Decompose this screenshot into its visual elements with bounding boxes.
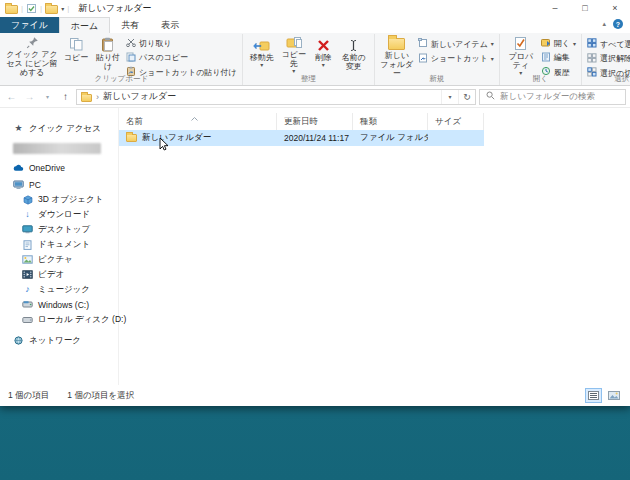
tab-home[interactable]: ホーム (59, 17, 110, 33)
maximize-button[interactable]: □ (570, 0, 600, 17)
view-large-icons-button[interactable] (605, 388, 622, 403)
sidebar-label: ネットワーク (29, 335, 81, 347)
collapse-ribbon-icon[interactable]: ▴ (602, 20, 606, 28)
open-caret-icon: ▾ (573, 41, 576, 47)
pictures-icon (22, 254, 33, 265)
file-type: ファイル フォルダー (353, 130, 428, 146)
close-button[interactable]: × (600, 0, 630, 17)
address-box[interactable]: › 新しいフォルダー ▾ ↻ (76, 89, 476, 105)
sidebar-item-pc[interactable]: PC (0, 177, 118, 192)
sidebar-item-desktop[interactable]: デスクトップ (0, 222, 118, 237)
sidebar-item-videos[interactable]: ビデオ (0, 267, 118, 282)
forward-icon[interactable]: → (22, 92, 37, 102)
copy-to-button[interactable]: コピー先 ▾ (278, 35, 310, 75)
sidebar-label: クイック アクセス (29, 123, 101, 135)
pin-to-quick-access-button[interactable]: クイック アクセス にピン留めする (4, 35, 60, 75)
content-area: ★ クイック アクセス OneDrive PC 3D オブジェク (0, 108, 630, 385)
view-details-button[interactable] (585, 388, 602, 403)
copy-icon (69, 36, 84, 52)
drive-c-icon (22, 299, 33, 310)
refresh-icon[interactable]: ↻ (458, 90, 475, 104)
tab-file[interactable]: ファイル (0, 17, 59, 33)
copy-path-button[interactable]: パスのコピー (124, 52, 239, 64)
status-bar: 1 個の項目 1 個の項目を選択 (0, 385, 630, 406)
search-icon (486, 91, 495, 102)
rename-icon (347, 36, 360, 52)
column-header-size[interactable]: サイズ (428, 113, 484, 130)
copy-label: コピー (64, 53, 88, 62)
new-shortcut-label: ショートカット (431, 53, 488, 64)
pc-icon (13, 179, 24, 190)
clipboard-group-label: クリップボード (1, 74, 242, 84)
explorer-window: | | ▾ | 新しいフォルダー – □ × ファイル ホーム 共有 表示 ▴ … (0, 0, 630, 406)
column-header-modified[interactable]: 更新日時 (277, 113, 353, 130)
address-bar: ← → ▾ ↑ › 新しいフォルダー ▾ ↻ 新しいフォルダーの検索 (0, 86, 630, 108)
properties-button[interactable]: プロパティ ▾ (503, 35, 539, 75)
open-group-label: 開く (500, 74, 581, 84)
column-header-type[interactable]: 種類 (353, 113, 428, 130)
copy-to-label: コピー先 (280, 50, 308, 68)
navigation-pane: ★ クイック アクセス OneDrive PC 3D オブジェク (0, 108, 119, 385)
sidebar-item-downloads[interactable]: ↓ ダウンロード (0, 207, 118, 222)
new-shortcut-button[interactable]: ショートカット ▾ (416, 53, 496, 65)
documents-icon (22, 239, 33, 250)
rename-label: 名前の変更 (339, 53, 369, 71)
copy-button[interactable]: コピー (60, 35, 92, 75)
move-to-button[interactable]: 移動先 ▾ (246, 35, 278, 75)
new-shortcut-caret-icon: ▾ (491, 56, 494, 62)
search-placeholder: 新しいフォルダーの検索 (500, 91, 595, 103)
sidebar-item-documents[interactable]: ドキュメント (0, 237, 118, 252)
minimize-button[interactable]: – (540, 0, 570, 17)
back-icon[interactable]: ← (4, 92, 19, 102)
copy-path-icon (126, 52, 136, 64)
sidebar-item-quick-access[interactable]: ★ クイック アクセス (0, 121, 118, 136)
address-dropdown-icon[interactable]: ▾ (441, 90, 458, 104)
paste-button[interactable]: 貼り付け (92, 35, 124, 75)
new-folder-button[interactable]: 新しい フォルダー (378, 35, 416, 75)
up-icon[interactable]: ↑ (58, 92, 73, 102)
delete-label: 削除 (315, 53, 331, 62)
paste-label: 貼り付け (94, 53, 122, 71)
tab-share[interactable]: 共有 (110, 17, 150, 33)
column-header-name[interactable]: 名前 (119, 113, 277, 130)
onedrive-cloud-icon (13, 162, 24, 173)
new-item-button[interactable]: 新しいアイテム ▾ (416, 38, 496, 50)
window-folder-icon (5, 5, 18, 14)
rename-button[interactable]: 名前の変更 (337, 35, 371, 75)
open-button[interactable]: 開く ▾ (539, 38, 578, 49)
sidebar-item-network[interactable]: ネットワーク (0, 333, 118, 348)
delete-button[interactable]: 削除 ▾ (310, 35, 337, 75)
breadcrumb-path[interactable]: 新しいフォルダー (103, 90, 176, 103)
qat-separator3: | (67, 4, 69, 13)
recent-locations-icon[interactable]: ▾ (40, 94, 55, 100)
sidebar-label: ミュージック (38, 284, 90, 296)
select-all-icon (587, 38, 597, 50)
qat-new-folder-icon[interactable] (45, 5, 58, 14)
select-all-button[interactable]: すべて選択 (585, 38, 630, 50)
select-none-icon (587, 53, 597, 65)
sidebar-item-music[interactable]: ♪ ミュージック (0, 282, 118, 297)
edit-button[interactable]: 編集 (539, 52, 578, 64)
file-row-selected[interactable]: 新しいフォルダー 2020/11/24 11:17 ファイル フォルダー (119, 130, 484, 146)
music-icon: ♪ (22, 284, 33, 295)
ribbon-group-clipboard: クイック アクセス にピン留めする コピー 貼り付け 切り取 (1, 34, 243, 85)
videos-icon (22, 269, 33, 280)
sidebar-item-windows-c[interactable]: Windows (C:) (0, 297, 118, 312)
cut-button[interactable]: 切り取り (124, 38, 239, 49)
sidebar-item-pictures[interactable]: ピクチャ (0, 252, 118, 267)
sidebar-item-local-disk-d[interactable]: ローカル ディスク (D:) (0, 312, 118, 327)
sidebar-item-3d-objects[interactable]: 3D オブジェクト (0, 192, 118, 207)
3d-objects-icon (22, 194, 33, 205)
select-none-button[interactable]: 選択解除 (585, 53, 630, 65)
sidebar-item-redacted[interactable] (13, 143, 101, 154)
sidebar-label: ドキュメント (38, 239, 90, 251)
search-box[interactable]: 新しいフォルダーの検索 (479, 89, 626, 105)
help-icon[interactable]: ? (613, 19, 623, 29)
sidebar-item-onedrive[interactable]: OneDrive (0, 160, 118, 175)
tab-view[interactable]: 表示 (150, 17, 190, 33)
sidebar-label: ローカル ディスク (D:) (38, 314, 126, 326)
qat-dropdown-icon[interactable]: ▾ (61, 5, 64, 12)
new-folder-icon (388, 36, 405, 50)
network-icon (13, 335, 24, 346)
qat-properties-icon[interactable] (26, 3, 37, 14)
